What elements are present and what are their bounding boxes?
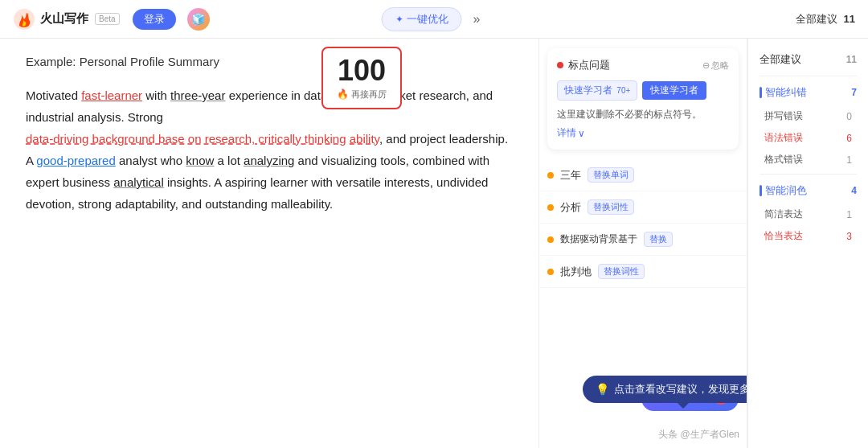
tooltip-bubble: 💡 点击查看改写建议，发现更多表达 [583, 376, 747, 403]
divider2 [760, 174, 857, 175]
logo-area: 火山写作 Beta 登录 🧊 [13, 8, 210, 31]
main-area: 100 🔥 再接再厉 Example: Personal Profile Sum… [0, 39, 868, 448]
sidebar-smart-polish[interactable]: 智能润色 4 [748, 178, 868, 203]
more-button[interactable]: » [467, 9, 487, 30]
smart-label: 智能纠错 [765, 85, 807, 100]
dot-orange-icon [547, 269, 554, 275]
score-sub: 🔥 再接再厉 [337, 88, 387, 101]
bulb-icon: 💡 [596, 383, 609, 396]
watermark: 头条 @生产者Glen [658, 428, 739, 442]
spelling-label: 拼写错误 [764, 109, 803, 123]
appropriate-count: 3 [846, 231, 852, 242]
sidebar-sub-concise[interactable]: 简洁表达 1 [748, 203, 868, 225]
text-with: with [142, 88, 170, 102]
topbar-center: ✦ 一键优化 » [382, 7, 487, 31]
grammar-count: 6 [846, 133, 852, 144]
avatar: 🧊 [187, 8, 210, 31]
original-option[interactable]: 快速学习者 70+ [557, 80, 637, 101]
login-button[interactable]: 登录 [133, 9, 176, 30]
optimize-button[interactable]: ✦ 一键优化 [382, 7, 462, 31]
score-number: 100 [338, 56, 386, 85]
suggestion-card-punctuation: 标点问题 ⊖ 忽略 快速学习者 70+ 快速学习者 这里建议删除不必要的标点符号… [547, 48, 739, 150]
beta-badge: Beta [95, 13, 120, 25]
item-label: 数据驱动背景基于 [560, 232, 637, 246]
score-tag: 70+ [616, 86, 630, 95]
suggestion-header: 标点问题 ⊖ 忽略 [557, 58, 729, 72]
item-tag[interactable]: 替换词性 [598, 264, 645, 279]
text-analyst: analyst who [119, 154, 186, 167]
item-label: 批判地 [560, 265, 592, 279]
replacement-option[interactable]: 快速学习者 [642, 81, 706, 100]
fire-icon: 🔥 [337, 88, 349, 100]
logo-icon [13, 8, 35, 31]
grammar-label: 语法错误 [764, 131, 803, 145]
sidebar-sub-spelling[interactable]: 拼写错误 0 [748, 105, 868, 127]
item-tag[interactable]: 替换词性 [588, 199, 634, 215]
concise-count: 1 [846, 209, 852, 220]
right-sidebar: 全部建议 11 智能纠错 7 拼写错误 0 语法错误 6 格式错误 1 智能润色 [747, 39, 868, 448]
doc-title: Example: Personal Profile Summary [26, 55, 513, 68]
suggestions-label: 全部建议 [796, 12, 837, 27]
analytical-highlight[interactable]: analytical [113, 175, 164, 189]
item-label: 分析 [560, 200, 581, 215]
detail-button[interactable]: 详情 ∨ [557, 126, 585, 140]
tone-count: 4 [851, 185, 857, 196]
appropriate-label: 恰当表达 [764, 229, 803, 243]
all-label: 全部建议 [760, 52, 801, 67]
divider [760, 76, 857, 76]
smart-count: 7 [851, 87, 857, 98]
suggestion-item-datadriven: 数据驱动背景基于 替换 [539, 224, 747, 256]
tooltip-text: 点击查看改写建议，发现更多表达 [614, 382, 747, 397]
tone-label: 智能润色 [765, 183, 807, 198]
suggestions-count: 11 [844, 13, 855, 25]
three-year-highlight[interactable]: three-year [170, 88, 225, 102]
suggestion-options: 快速学习者 70+ 快速学习者 [557, 80, 729, 101]
ignore-label: 忽略 [711, 60, 729, 72]
dot-orange-icon [547, 236, 554, 243]
dot-red-icon [557, 62, 563, 68]
suggestion-item-3year: 三年 替换单词 [539, 159, 747, 191]
sidebar-sub-appropriate[interactable]: 恰当表达 3 [748, 225, 868, 247]
good-prepared-highlight[interactable]: good-prepared [36, 154, 115, 167]
logo-text: 火山写作 [40, 11, 88, 27]
suggestion-type-label: 标点问题 [568, 58, 610, 72]
editor-area[interactable]: 100 🔥 再接再厉 Example: Personal Profile Sum… [0, 39, 538, 448]
sidebar-sub-format[interactable]: 格式错误 1 [748, 149, 868, 171]
sparkle-icon: ✦ [395, 14, 403, 25]
all-count: 11 [846, 54, 857, 65]
dot-orange-icon [547, 172, 554, 179]
score-card: 100 🔥 再接再厉 [321, 47, 402, 109]
original-text: 快速学习者 [564, 84, 612, 96]
topbar: 火山写作 Beta 登录 🧊 ✦ 一键优化 » 全部建议 11 [0, 0, 868, 39]
item-tag[interactable]: 替换 [644, 232, 673, 247]
format-label: 格式错误 [764, 153, 803, 166]
suggestion-desc: 这里建议删除不必要的标点符号。 [557, 107, 729, 121]
suggestion-type: 标点问题 [557, 58, 610, 72]
doc-content: Motivated fast-learner with three-year e… [26, 84, 513, 215]
sidebar-smart-correction[interactable]: 智能纠错 7 [748, 80, 868, 105]
fast-learner-highlight[interactable]: fast-learner [81, 88, 142, 102]
format-count: 1 [846, 154, 852, 166]
analyzing-highlight[interactable]: analyzing [244, 154, 294, 167]
minus-icon: ⊖ [702, 60, 710, 71]
text-a-lot: a lot [214, 154, 244, 167]
text-motivated: Motivated [26, 88, 81, 102]
item-tag[interactable]: 替换单词 [588, 167, 634, 183]
suggestion-item-critical: 批判地 替换词性 [539, 256, 747, 288]
suggestions-panel: 标点问题 ⊖ 忽略 快速学习者 70+ 快速学习者 这里建议删除不必要的标点符号… [538, 39, 747, 448]
detail-label: 详情 [557, 126, 576, 140]
chevron-down-icon: ∨ [578, 128, 585, 139]
dot-orange-icon [547, 204, 554, 211]
spelling-count: 0 [846, 111, 852, 122]
accent-bar2-icon [760, 185, 762, 196]
concise-label: 简洁表达 [764, 208, 803, 221]
suggestion-item-analysis: 分析 替换词性 [539, 191, 747, 224]
item-label: 三年 [560, 168, 581, 183]
sidebar-item-all[interactable]: 全部建议 11 [748, 47, 868, 72]
topbar-right: 全部建议 11 [796, 12, 855, 27]
accent-bar-icon [760, 87, 762, 98]
ignore-button[interactable]: ⊖ 忽略 [702, 60, 729, 72]
sidebar-sub-grammar[interactable]: 语法错误 6 [748, 127, 868, 149]
data-driving-highlight[interactable]: data-driving background base on research… [26, 132, 379, 146]
know-highlight[interactable]: know [186, 154, 214, 167]
